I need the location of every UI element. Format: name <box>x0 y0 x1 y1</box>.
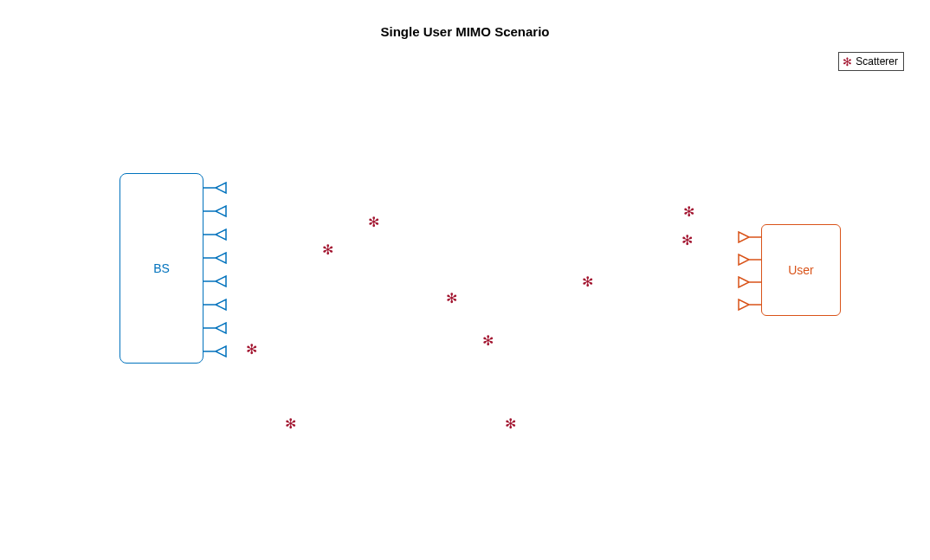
bs-antenna-7-icon <box>203 322 228 334</box>
legend-scatterer-label: Scatterer <box>856 55 898 68</box>
base-station: BS <box>119 173 203 364</box>
user-antenna-3-icon <box>737 276 761 288</box>
bs-antenna-5-icon <box>203 275 228 287</box>
diagram-canvas: Single User MIMO Scenario ✻ Scatterer BS… <box>0 0 930 560</box>
bs-antenna-6-icon <box>203 299 228 311</box>
user-label: User <box>788 263 814 277</box>
legend: ✻ Scatterer <box>838 52 904 71</box>
scatterer-marker: ✻ <box>446 292 457 306</box>
scatterer-marker: ✻ <box>683 205 694 219</box>
user-antenna-1-icon <box>737 231 761 243</box>
base-station-label: BS <box>153 261 170 275</box>
scatterer-marker: ✻ <box>582 275 593 289</box>
bs-antenna-4-icon <box>203 252 228 264</box>
scatterer-marker: ✻ <box>285 417 296 431</box>
scatterer-marker: ✻ <box>681 234 693 248</box>
bs-antenna-3-icon <box>203 229 228 241</box>
user-antenna-4-icon <box>737 299 761 311</box>
user-antenna-2-icon <box>737 254 761 266</box>
bs-antenna-8-icon <box>203 345 228 357</box>
user: User <box>761 224 841 316</box>
chart-title: Single User MIMO Scenario <box>0 24 930 39</box>
bs-antenna-2-icon <box>203 205 228 217</box>
legend-scatterer-icon: ✻ <box>843 56 852 68</box>
scatterer-marker: ✻ <box>246 343 257 357</box>
bs-antenna-1-icon <box>203 182 228 194</box>
scatterer-marker: ✻ <box>368 216 379 229</box>
scatterer-marker: ✻ <box>505 417 516 431</box>
scatterer-marker: ✻ <box>322 243 333 257</box>
scatterer-marker: ✻ <box>482 334 494 348</box>
